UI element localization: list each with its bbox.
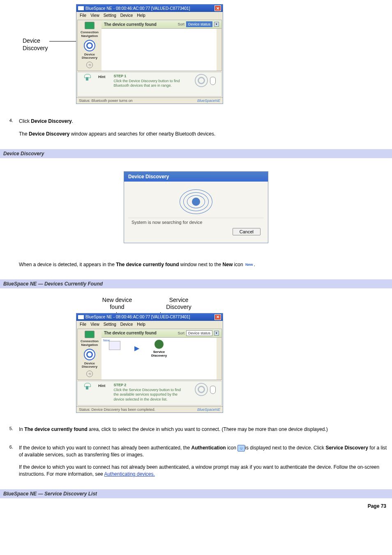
device-discovery-label: Device Discovery bbox=[82, 362, 97, 369]
refresh-icon[interactable]: ⟲ bbox=[86, 62, 93, 68]
menu-help[interactable]: Help bbox=[135, 322, 147, 327]
dialog-message: System is now searching for device bbox=[128, 218, 264, 226]
hint-text: STEP 2 Click the Service Discovery butto… bbox=[114, 383, 183, 402]
callout-service-discovery: Service Discovery bbox=[158, 297, 199, 311]
sort-label: Sort bbox=[178, 331, 184, 335]
app-icon bbox=[78, 6, 84, 10]
discovery-graphic-icon bbox=[195, 383, 208, 396]
arrow-icon: ▶ bbox=[134, 344, 139, 352]
refresh-icon[interactable]: ⟲ bbox=[86, 371, 93, 377]
connection-nav-button[interactable] bbox=[85, 22, 95, 29]
hint-label: Hint bbox=[98, 384, 106, 388]
menu-help[interactable]: Help bbox=[135, 13, 147, 18]
figure-bluespace-main: Device Discovery BlueSpace NE - 08:00:46… bbox=[0, 0, 392, 112]
hint-bulb-wrap bbox=[79, 74, 96, 82]
sort-dropdown[interactable]: Device status bbox=[186, 330, 212, 336]
link-authenticating-devices[interactable]: Authenticating devices. bbox=[104, 471, 154, 477]
connection-nav-label: Connection Navigation bbox=[81, 340, 99, 347]
main-area: The device currently found Sort Device s… bbox=[101, 329, 221, 380]
dialog-title: Device Discovery bbox=[124, 172, 268, 182]
figure-device-discovery-dialog: Device Discovery System is now searching… bbox=[0, 159, 392, 256]
menu-setting[interactable]: Setting bbox=[102, 322, 118, 327]
device-list-area: New ▶ Service Discovery bbox=[101, 338, 221, 380]
menu-view[interactable]: View bbox=[89, 13, 101, 18]
paragraph: When a device is detected, it appears in… bbox=[4, 261, 388, 274]
sidebar: Connection Navigation Device Discovery ⟲ bbox=[78, 329, 101, 380]
device-discovery-button[interactable] bbox=[84, 349, 95, 360]
app-icon bbox=[78, 315, 84, 319]
new-tag: New bbox=[103, 339, 110, 342]
document-body: 5. In The device currently found area, c… bbox=[0, 426, 392, 484]
callout-line bbox=[49, 41, 78, 41]
figure-devices-currently-found: New device found Service Discovery BlueS… bbox=[0, 289, 392, 420]
mouse-icon bbox=[210, 77, 216, 85]
main-area: The device currently found Sort Device s… bbox=[101, 20, 221, 71]
menu-view[interactable]: View bbox=[89, 322, 101, 327]
list-item-6: 6. If the device to which you want to co… bbox=[4, 444, 388, 484]
close-button[interactable]: ✕ bbox=[214, 5, 221, 11]
menubar: File View Setting Device Help bbox=[76, 321, 223, 328]
list-text: If the device to which you want to conne… bbox=[19, 444, 388, 484]
device-icon bbox=[109, 341, 120, 350]
hint-label: Hint bbox=[98, 75, 106, 79]
list-number: 6. bbox=[4, 444, 19, 484]
connection-nav-label: Connection Navigation bbox=[81, 31, 99, 38]
list-text: Click Device Discovery. The Device Disco… bbox=[19, 118, 388, 143]
radar-animation-icon bbox=[179, 187, 213, 216]
lightbulb-icon bbox=[84, 74, 91, 82]
close-button[interactable]: ✕ bbox=[214, 314, 221, 320]
device-discovery-button[interactable] bbox=[84, 40, 95, 51]
connection-nav-button[interactable] bbox=[85, 331, 95, 338]
app-body: Connection Navigation Device Discovery ⟲… bbox=[77, 329, 222, 380]
list-text: In The device currently found area, clic… bbox=[19, 426, 388, 439]
step-header: STEP 1 bbox=[114, 74, 183, 79]
list-item-4: 4. Click Device Discovery. The Device Di… bbox=[4, 118, 388, 143]
section-devices-found: BlueSpace NE — Devices Currently Found bbox=[0, 279, 392, 288]
device-item[interactable]: New bbox=[103, 339, 126, 357]
app-window-bluespace: BlueSpace NE - 08:00:46:AC:00:77 [VALUED… bbox=[76, 4, 223, 104]
header-title: The device currently found bbox=[104, 331, 178, 335]
section-service-discovery-list: BlueSpace NE — Service Discovery List bbox=[0, 489, 392, 498]
hint-graphic bbox=[183, 383, 220, 396]
dropdown-arrow-icon[interactable]: ▾ bbox=[214, 22, 219, 27]
menu-device[interactable]: Device bbox=[119, 322, 135, 327]
menubar: File View Setting Device Help bbox=[76, 12, 223, 19]
titlebar: BlueSpace NE - 08:00:46:AC:00:77 [VALUED… bbox=[76, 5, 223, 12]
menu-setting[interactable]: Setting bbox=[102, 13, 118, 18]
dialog-body: System is now searching for device Cance… bbox=[124, 182, 268, 243]
service-discovery-button[interactable]: Service Discovery bbox=[148, 339, 171, 357]
service-discovery-icon bbox=[154, 339, 164, 349]
header-row: The device currently found Sort Device s… bbox=[101, 20, 221, 29]
sidebar: Connection Navigation Device Discovery ⟲ bbox=[78, 20, 101, 71]
status-text: Status: Device Discovery has been comple… bbox=[79, 408, 197, 412]
hint-graphic bbox=[183, 74, 220, 87]
titlebar-text: BlueSpace NE - 08:00:46:AC:00:77 [VALUED… bbox=[85, 315, 214, 319]
header-row: The device currently found Sort Device s… bbox=[101, 329, 221, 338]
document-body: 4. Click Device Discovery. The Device Di… bbox=[0, 118, 392, 143]
menu-file[interactable]: File bbox=[78, 13, 88, 18]
device-discovery-label: Device Discovery bbox=[82, 53, 97, 60]
page-footer: Page 73 bbox=[0, 499, 392, 513]
menu-file[interactable]: File bbox=[78, 322, 88, 327]
list-number: 5. bbox=[4, 426, 19, 439]
sort-label: Sort bbox=[178, 22, 184, 26]
header-title: The device currently found bbox=[104, 22, 178, 27]
device-list-area bbox=[101, 29, 221, 71]
list-number: 4. bbox=[4, 118, 19, 143]
service-discovery-label: Service Discovery bbox=[151, 350, 167, 357]
new-icon: New bbox=[244, 262, 254, 267]
hint-panel: Hint STEP 1 Click the Device Discovery b… bbox=[77, 72, 222, 97]
step-header: STEP 2 bbox=[114, 383, 183, 388]
callout-new-device: New device found bbox=[92, 297, 142, 311]
dialog-device-discovery: Device Discovery System is now searching… bbox=[124, 171, 268, 243]
authentication-icon: ☺ bbox=[238, 445, 245, 451]
sort-dropdown[interactable]: Device status bbox=[186, 21, 212, 27]
cancel-button[interactable]: Cancel bbox=[233, 228, 261, 235]
menu-device[interactable]: Device bbox=[119, 13, 135, 18]
hint-body: Click the Service Discovery button to fi… bbox=[114, 388, 181, 401]
statusbar: Status: Bluetooth power turns on BlueSpa… bbox=[76, 97, 223, 104]
dropdown-arrow-icon[interactable]: ▾ bbox=[214, 331, 219, 336]
hint-bulb-wrap bbox=[79, 383, 96, 391]
callout-device-discovery-label: Device Discovery bbox=[23, 37, 48, 52]
app-window-bluespace-2: BlueSpace NE - 08:00:46:AC:00:77 [VALUED… bbox=[76, 313, 223, 413]
